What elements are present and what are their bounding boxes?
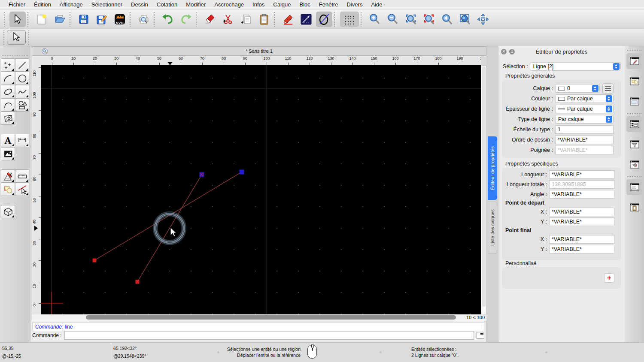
menu-item[interactable]: Cotation bbox=[152, 0, 182, 9]
drawing-canvas[interactable] bbox=[41, 65, 481, 314]
dock-filter-button[interactable] bbox=[626, 136, 642, 152]
save-button[interactable] bbox=[76, 12, 92, 27]
pointer-mode-button[interactable] bbox=[7, 30, 26, 45]
zoom-previous-icon bbox=[441, 13, 453, 25]
menu-item[interactable]: Accrochage bbox=[210, 0, 248, 9]
points-tool-button[interactable] bbox=[1, 58, 15, 72]
dock-shapes-toolbar-button[interactable] bbox=[626, 73, 642, 89]
open-document-button[interactable] bbox=[52, 12, 68, 27]
strip-handle bbox=[627, 50, 641, 51]
dock-notifications-button[interactable] bbox=[626, 157, 642, 172]
layer-combo[interactable]: 0 bbox=[555, 84, 600, 93]
spline-tool-button[interactable] bbox=[15, 85, 29, 98]
undo-button[interactable] bbox=[160, 12, 176, 27]
zoom-pan-button[interactable] bbox=[475, 12, 491, 27]
save-as-button[interactable] bbox=[94, 12, 110, 27]
zoom-previous-button[interactable] bbox=[439, 12, 455, 27]
redo-button[interactable] bbox=[178, 12, 194, 27]
dock-command-widget-button[interactable] bbox=[626, 179, 642, 195]
menu-item[interactable]: Modifier bbox=[182, 0, 210, 9]
select-entity-tool-button[interactable] bbox=[15, 183, 29, 196]
dock-blank-panel-button[interactable] bbox=[626, 94, 642, 109]
zoom-in-button[interactable] bbox=[367, 12, 383, 27]
color-combo[interactable]: Par calque bbox=[555, 94, 614, 103]
grid-toggle-button[interactable] bbox=[340, 12, 359, 27]
command-input[interactable] bbox=[64, 331, 474, 340]
line-tool-palette-button[interactable] bbox=[15, 58, 29, 72]
length-input[interactable] bbox=[549, 170, 614, 179]
horizontal-scrollbar[interactable]: 10 < 100 bbox=[32, 314, 486, 321]
line-tool-button[interactable] bbox=[298, 12, 314, 27]
menu-item[interactable]: Dessin bbox=[127, 0, 152, 9]
layer-menu-button[interactable] bbox=[602, 83, 614, 94]
vertical-scrollbar[interactable] bbox=[481, 65, 486, 314]
select-pointer-button[interactable] bbox=[9, 12, 26, 27]
circle-tool-button[interactable] bbox=[15, 72, 29, 85]
end-y-input[interactable] bbox=[549, 245, 614, 253]
panel-title: Éditeur de propriétés bbox=[498, 48, 625, 55]
add-custom-property-button[interactable]: + bbox=[604, 273, 614, 283]
horizontal-scrollbar-thumb[interactable] bbox=[86, 315, 456, 320]
zoom-auto-button[interactable] bbox=[403, 12, 419, 27]
zoom-out-button[interactable] bbox=[385, 12, 401, 27]
zoom-window-button[interactable] bbox=[457, 12, 473, 27]
main-toolbar: SVG bbox=[0, 9, 644, 29]
angle-input[interactable] bbox=[549, 190, 614, 199]
dock-property-editor-button[interactable] bbox=[626, 116, 642, 132]
tab-property-editor[interactable]: Éditeur de propriétés bbox=[488, 136, 497, 200]
handle-dot bbox=[200, 175, 201, 176]
polyline-tool-button[interactable] bbox=[1, 98, 15, 112]
edit-entity-button[interactable] bbox=[280, 12, 296, 27]
dimension-tool-button[interactable] bbox=[15, 134, 29, 147]
command-dock-toggle-icon[interactable] bbox=[477, 332, 484, 339]
copy-button[interactable] bbox=[238, 12, 254, 27]
start-x-input[interactable] bbox=[549, 208, 614, 216]
measure-tool-button[interactable] bbox=[15, 169, 29, 183]
export-svg-button[interactable]: SVG bbox=[112, 12, 128, 27]
end-x-input[interactable] bbox=[549, 235, 614, 244]
menu-item[interactable]: Calque bbox=[269, 0, 295, 9]
block-tool-button[interactable] bbox=[1, 183, 15, 196]
image-tool-button[interactable] bbox=[1, 147, 15, 160]
menu-item[interactable]: Sélectionner bbox=[87, 0, 127, 9]
tab-layer-list[interactable]: Liste des calques bbox=[488, 202, 497, 254]
dock-clipboard-button[interactable] bbox=[626, 199, 642, 215]
vertical-scrollbar-thumb[interactable] bbox=[482, 66, 486, 307]
menu-item[interactable]: Fichier bbox=[4, 0, 30, 9]
menu-item[interactable]: Bloc bbox=[295, 0, 314, 9]
menu-item[interactable]: Fenêtre bbox=[315, 0, 343, 9]
new-document-button[interactable] bbox=[33, 12, 50, 27]
type-scale-input[interactable] bbox=[555, 125, 614, 134]
menu-item[interactable]: Infos bbox=[248, 0, 269, 9]
zoom-redraw-button[interactable] bbox=[421, 12, 437, 27]
modify-tool-button[interactable] bbox=[1, 169, 15, 183]
print-preview-button[interactable] bbox=[136, 12, 152, 27]
paste-button[interactable] bbox=[256, 12, 272, 27]
document-titlebar[interactable]: * Sans titre 1 bbox=[32, 46, 486, 56]
menu-item[interactable]: Aide bbox=[367, 0, 386, 9]
cut-button[interactable] bbox=[220, 12, 236, 27]
menu-item[interactable]: Affichage bbox=[55, 0, 87, 9]
menu-item[interactable]: Édition bbox=[30, 0, 55, 9]
new-document-icon bbox=[36, 13, 47, 25]
arc-tool-button[interactable] bbox=[1, 72, 15, 85]
line-width-combo[interactable]: Par calque bbox=[555, 105, 614, 113]
draw-order-input[interactable] bbox=[555, 136, 614, 144]
start-y-input[interactable] bbox=[549, 217, 614, 226]
text-tool-button[interactable]: A bbox=[1, 134, 15, 147]
h-ruler-label: 50 bbox=[157, 56, 161, 60]
polygon-tool-button[interactable] bbox=[15, 98, 29, 112]
dock-pen-toolbar-button[interactable] bbox=[626, 53, 642, 69]
line-type-combo[interactable]: Par calque bbox=[555, 115, 614, 124]
draw-order-label: Ordre de dessin : bbox=[504, 137, 555, 143]
clipboard-window-icon bbox=[629, 202, 640, 213]
ellipse-tool-palette-button[interactable] bbox=[1, 85, 15, 98]
solid-3d-tool-button[interactable] bbox=[1, 205, 15, 218]
toolbar-separator bbox=[274, 12, 278, 27]
hatch-tool-button[interactable] bbox=[1, 112, 15, 125]
selection-combo[interactable]: Ligne [2] bbox=[530, 62, 621, 71]
ellipse-tool-button[interactable] bbox=[316, 12, 332, 27]
delete-button[interactable] bbox=[202, 12, 218, 27]
combo-stepper-icon bbox=[606, 106, 612, 112]
menu-item[interactable]: Divers bbox=[343, 0, 367, 9]
